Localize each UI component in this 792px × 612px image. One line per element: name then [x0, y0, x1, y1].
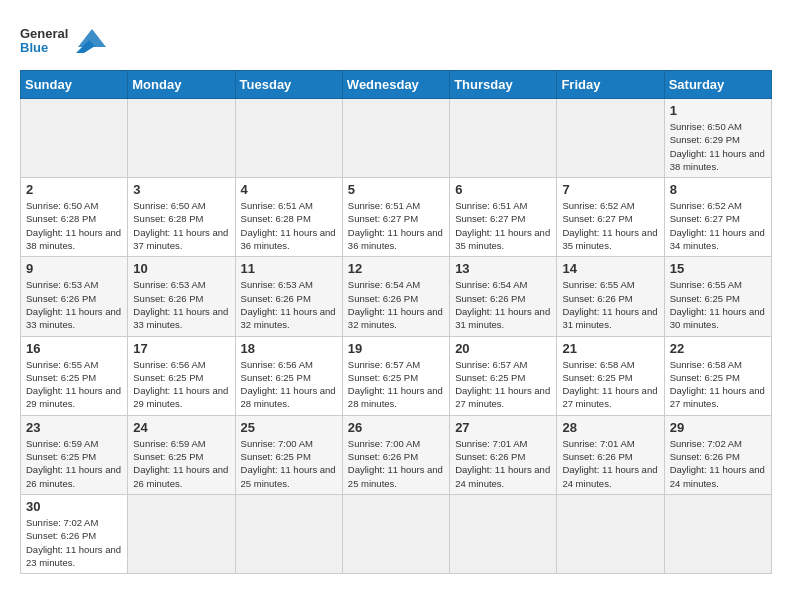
calendar-cell: 30Sunrise: 7:02 AM Sunset: 6:26 PM Dayli… [21, 494, 128, 573]
day-number: 13 [455, 261, 551, 276]
day-number: 7 [562, 182, 658, 197]
calendar-cell: 6Sunrise: 6:51 AM Sunset: 6:27 PM Daylig… [450, 178, 557, 257]
calendar-cell [128, 99, 235, 178]
calendar-cell [128, 494, 235, 573]
day-number: 29 [670, 420, 766, 435]
calendar-cell: 7Sunrise: 6:52 AM Sunset: 6:27 PM Daylig… [557, 178, 664, 257]
day-number: 18 [241, 341, 337, 356]
calendar-cell: 9Sunrise: 6:53 AM Sunset: 6:26 PM Daylig… [21, 257, 128, 336]
day-info: Sunrise: 6:57 AM Sunset: 6:25 PM Dayligh… [348, 358, 444, 411]
calendar-week-row: 23Sunrise: 6:59 AM Sunset: 6:25 PM Dayli… [21, 415, 772, 494]
calendar-cell: 29Sunrise: 7:02 AM Sunset: 6:26 PM Dayli… [664, 415, 771, 494]
calendar-cell: 23Sunrise: 6:59 AM Sunset: 6:25 PM Dayli… [21, 415, 128, 494]
weekday-header-cell: Monday [128, 71, 235, 99]
calendar-cell: 20Sunrise: 6:57 AM Sunset: 6:25 PM Dayli… [450, 336, 557, 415]
weekday-header-cell: Saturday [664, 71, 771, 99]
day-number: 10 [133, 261, 229, 276]
day-number: 25 [241, 420, 337, 435]
calendar-cell [664, 494, 771, 573]
calendar-cell: 19Sunrise: 6:57 AM Sunset: 6:25 PM Dayli… [342, 336, 449, 415]
day-info: Sunrise: 7:02 AM Sunset: 6:26 PM Dayligh… [26, 516, 122, 569]
day-info: Sunrise: 6:51 AM Sunset: 6:27 PM Dayligh… [348, 199, 444, 252]
day-info: Sunrise: 6:55 AM Sunset: 6:25 PM Dayligh… [670, 278, 766, 331]
calendar-cell: 4Sunrise: 6:51 AM Sunset: 6:28 PM Daylig… [235, 178, 342, 257]
calendar-cell: 25Sunrise: 7:00 AM Sunset: 6:25 PM Dayli… [235, 415, 342, 494]
calendar-cell: 21Sunrise: 6:58 AM Sunset: 6:25 PM Dayli… [557, 336, 664, 415]
day-number: 9 [26, 261, 122, 276]
calendar-body: 1Sunrise: 6:50 AM Sunset: 6:29 PM Daylig… [21, 99, 772, 574]
day-info: Sunrise: 6:52 AM Sunset: 6:27 PM Dayligh… [670, 199, 766, 252]
day-number: 12 [348, 261, 444, 276]
calendar-cell: 24Sunrise: 6:59 AM Sunset: 6:25 PM Dayli… [128, 415, 235, 494]
page-header: General Blue [20, 20, 772, 60]
weekday-header: SundayMondayTuesdayWednesdayThursdayFrid… [21, 71, 772, 99]
calendar-cell [235, 494, 342, 573]
calendar-week-row: 9Sunrise: 6:53 AM Sunset: 6:26 PM Daylig… [21, 257, 772, 336]
calendar-cell: 17Sunrise: 6:56 AM Sunset: 6:25 PM Dayli… [128, 336, 235, 415]
day-info: Sunrise: 6:58 AM Sunset: 6:25 PM Dayligh… [670, 358, 766, 411]
calendar-cell: 8Sunrise: 6:52 AM Sunset: 6:27 PM Daylig… [664, 178, 771, 257]
day-info: Sunrise: 6:50 AM Sunset: 6:28 PM Dayligh… [26, 199, 122, 252]
day-number: 28 [562, 420, 658, 435]
svg-text:Blue: Blue [20, 40, 48, 55]
calendar-cell [450, 494, 557, 573]
day-info: Sunrise: 6:59 AM Sunset: 6:25 PM Dayligh… [26, 437, 122, 490]
day-number: 8 [670, 182, 766, 197]
weekday-header-cell: Tuesday [235, 71, 342, 99]
day-info: Sunrise: 6:58 AM Sunset: 6:25 PM Dayligh… [562, 358, 658, 411]
day-number: 26 [348, 420, 444, 435]
day-info: Sunrise: 6:54 AM Sunset: 6:26 PM Dayligh… [348, 278, 444, 331]
calendar-cell: 13Sunrise: 6:54 AM Sunset: 6:26 PM Dayli… [450, 257, 557, 336]
day-info: Sunrise: 6:55 AM Sunset: 6:25 PM Dayligh… [26, 358, 122, 411]
day-number: 1 [670, 103, 766, 118]
day-number: 27 [455, 420, 551, 435]
day-number: 15 [670, 261, 766, 276]
day-info: Sunrise: 7:00 AM Sunset: 6:25 PM Dayligh… [241, 437, 337, 490]
calendar-cell [342, 494, 449, 573]
day-number: 11 [241, 261, 337, 276]
day-info: Sunrise: 6:55 AM Sunset: 6:26 PM Dayligh… [562, 278, 658, 331]
calendar-cell [342, 99, 449, 178]
calendar-cell: 18Sunrise: 6:56 AM Sunset: 6:25 PM Dayli… [235, 336, 342, 415]
logo-svg: General Blue [20, 20, 70, 60]
calendar-cell [557, 99, 664, 178]
day-number: 19 [348, 341, 444, 356]
day-number: 23 [26, 420, 122, 435]
logo: General Blue [20, 20, 108, 60]
weekday-header-cell: Wednesday [342, 71, 449, 99]
day-number: 2 [26, 182, 122, 197]
day-number: 16 [26, 341, 122, 356]
calendar-week-row: 16Sunrise: 6:55 AM Sunset: 6:25 PM Dayli… [21, 336, 772, 415]
day-number: 3 [133, 182, 229, 197]
calendar-cell [450, 99, 557, 178]
day-info: Sunrise: 6:51 AM Sunset: 6:27 PM Dayligh… [455, 199, 551, 252]
calendar-cell: 27Sunrise: 7:01 AM Sunset: 6:26 PM Dayli… [450, 415, 557, 494]
calendar-cell: 22Sunrise: 6:58 AM Sunset: 6:25 PM Dayli… [664, 336, 771, 415]
day-info: Sunrise: 7:00 AM Sunset: 6:26 PM Dayligh… [348, 437, 444, 490]
day-number: 22 [670, 341, 766, 356]
calendar-week-row: 1Sunrise: 6:50 AM Sunset: 6:29 PM Daylig… [21, 99, 772, 178]
weekday-header-cell: Thursday [450, 71, 557, 99]
day-info: Sunrise: 6:56 AM Sunset: 6:25 PM Dayligh… [133, 358, 229, 411]
day-number: 30 [26, 499, 122, 514]
calendar-week-row: 30Sunrise: 7:02 AM Sunset: 6:26 PM Dayli… [21, 494, 772, 573]
day-info: Sunrise: 7:01 AM Sunset: 6:26 PM Dayligh… [455, 437, 551, 490]
day-info: Sunrise: 7:01 AM Sunset: 6:26 PM Dayligh… [562, 437, 658, 490]
calendar-week-row: 2Sunrise: 6:50 AM Sunset: 6:28 PM Daylig… [21, 178, 772, 257]
calendar-cell: 11Sunrise: 6:53 AM Sunset: 6:26 PM Dayli… [235, 257, 342, 336]
calendar-cell: 12Sunrise: 6:54 AM Sunset: 6:26 PM Dayli… [342, 257, 449, 336]
weekday-header-cell: Friday [557, 71, 664, 99]
calendar-cell: 14Sunrise: 6:55 AM Sunset: 6:26 PM Dayli… [557, 257, 664, 336]
calendar-cell [235, 99, 342, 178]
day-info: Sunrise: 6:50 AM Sunset: 6:28 PM Dayligh… [133, 199, 229, 252]
day-number: 17 [133, 341, 229, 356]
calendar-cell: 1Sunrise: 6:50 AM Sunset: 6:29 PM Daylig… [664, 99, 771, 178]
day-number: 24 [133, 420, 229, 435]
calendar-cell: 16Sunrise: 6:55 AM Sunset: 6:25 PM Dayli… [21, 336, 128, 415]
day-info: Sunrise: 6:59 AM Sunset: 6:25 PM Dayligh… [133, 437, 229, 490]
day-info: Sunrise: 6:52 AM Sunset: 6:27 PM Dayligh… [562, 199, 658, 252]
calendar-cell: 26Sunrise: 7:00 AM Sunset: 6:26 PM Dayli… [342, 415, 449, 494]
weekday-header-cell: Sunday [21, 71, 128, 99]
day-info: Sunrise: 6:56 AM Sunset: 6:25 PM Dayligh… [241, 358, 337, 411]
day-info: Sunrise: 6:53 AM Sunset: 6:26 PM Dayligh… [133, 278, 229, 331]
